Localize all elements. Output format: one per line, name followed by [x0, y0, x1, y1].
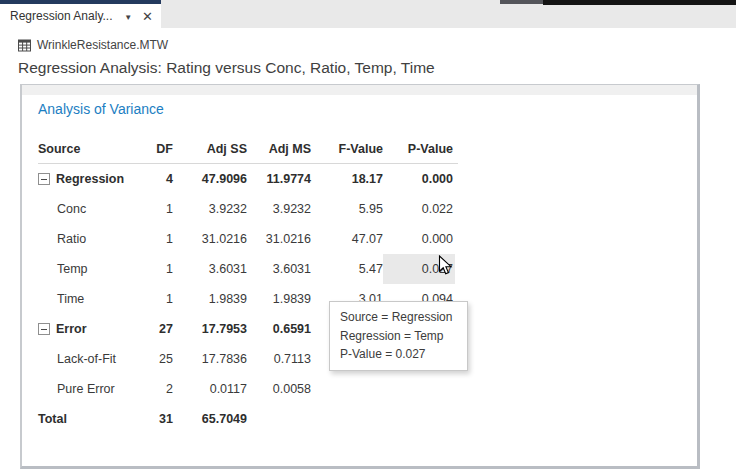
collapse-minus-icon[interactable] [38, 173, 50, 185]
df-cell[interactable]: 1 [138, 284, 173, 314]
output-tab[interactable]: Regression Analy... ▼ ✕ [0, 0, 161, 28]
f-value-cell[interactable]: 18.17 [311, 164, 383, 194]
f-value-cell[interactable] [311, 404, 383, 434]
col-header-p-value: P-Value [383, 134, 453, 164]
tab-close-icon[interactable]: ✕ [142, 10, 153, 23]
adj-ms-cell[interactable]: 31.0216 [247, 224, 311, 254]
tab-strip: Regression Analy... ▼ ✕ [0, 0, 736, 28]
col-header-adj-ss: Adj SS [173, 134, 247, 164]
p-value-cell[interactable]: 0.000 [383, 164, 453, 194]
df-cell[interactable]: 1 [138, 224, 173, 254]
df-cell[interactable]: 2 [138, 374, 173, 404]
source-label: Total [38, 412, 67, 426]
adj-ss-cell[interactable]: 3.6031 [173, 254, 247, 284]
source-label: Ratio [57, 232, 86, 246]
anova-header-row: Source DF Adj SS Adj MS F-Value P-Value [38, 134, 458, 164]
adj-ms-cell[interactable]: 0.6591 [247, 314, 311, 344]
tab-dropdown-caret-icon[interactable]: ▼ [124, 13, 132, 22]
anova-rows: Regression 4 47.9096 11.9774 18.17 0.000… [38, 164, 458, 434]
output-panel: Analysis of Variance Source DF Adj SS Ad… [20, 84, 700, 469]
source-cell[interactable]: Total [38, 412, 138, 426]
p-value-cell[interactable]: 0.000 [383, 224, 453, 254]
table-row[interactable]: Pure Error 2 0.0117 0.0058 [38, 374, 458, 404]
col-header-df: DF [138, 134, 173, 164]
df-cell[interactable]: 25 [138, 344, 173, 374]
collapse-minus-icon[interactable] [38, 323, 50, 335]
adj-ms-cell[interactable]: 3.9232 [247, 194, 311, 224]
col-header-source: Source [38, 142, 138, 156]
f-value-cell[interactable] [311, 374, 383, 404]
adj-ss-cell[interactable]: 3.9232 [173, 194, 247, 224]
source-label: Temp [57, 262, 88, 276]
col-header-adj-ms: Adj MS [247, 134, 311, 164]
adj-ss-cell[interactable]: 17.7953 [173, 314, 247, 344]
source-cell[interactable]: Regression [38, 172, 138, 186]
adj-ms-cell[interactable]: 11.9774 [247, 164, 311, 194]
adj-ms-cell[interactable] [247, 404, 311, 434]
p-value-cell[interactable] [383, 404, 453, 434]
output-tab-label: Regression Analy... [10, 9, 118, 23]
source-label: Lack-of-Fit [57, 352, 116, 366]
adj-ss-cell[interactable]: 47.9096 [173, 164, 247, 194]
table-row[interactable]: Temp 1 3.6031 3.6031 5.47 0.027 [38, 254, 458, 284]
source-cell[interactable]: Temp [38, 262, 138, 276]
source-label: Pure Error [57, 382, 115, 396]
adj-ms-cell[interactable]: 1.9839 [247, 284, 311, 314]
adj-ms-cell[interactable]: 3.6031 [247, 254, 311, 284]
source-label: Error [56, 322, 87, 336]
window-edge-bar-left [500, 0, 543, 4]
adj-ms-cell[interactable]: 0.0058 [247, 374, 311, 404]
source-cell[interactable]: Error [38, 322, 138, 336]
source-cell[interactable]: Ratio [38, 232, 138, 246]
source-cell[interactable]: Time [38, 292, 138, 306]
cell-tooltip: Source = Regression Regression = Temp P-… [329, 301, 468, 371]
table-row[interactable]: Ratio 1 31.0216 31.0216 47.07 0.000 [38, 224, 458, 254]
table-row[interactable]: Regression 4 47.9096 11.9774 18.17 0.000 [38, 164, 458, 194]
worksheet-name: WrinkleResistance.MTW [37, 38, 168, 52]
window-edge-bar [543, 0, 736, 5]
tooltip-line-p-value: P-Value = 0.027 [340, 345, 457, 364]
df-cell[interactable]: 1 [138, 254, 173, 284]
source-label: Conc [57, 202, 86, 216]
page-title: Regression Analysis: Rating versus Conc,… [18, 59, 435, 77]
df-cell[interactable]: 4 [138, 164, 173, 194]
table-row[interactable]: Conc 1 3.9232 3.9232 5.95 0.022 [38, 194, 458, 224]
previous-section-strip [22, 85, 697, 95]
anova-table: Source DF Adj SS Adj MS F-Value P-Value … [38, 134, 458, 434]
adj-ss-cell[interactable]: 17.7836 [173, 344, 247, 374]
adj-ss-cell[interactable]: 0.0117 [173, 374, 247, 404]
col-header-f-value: F-Value [311, 134, 383, 164]
f-value-cell[interactable]: 47.07 [311, 224, 383, 254]
tooltip-line-term: Regression = Temp [340, 327, 457, 346]
source-cell[interactable]: Conc [38, 202, 138, 216]
tooltip-line-source: Source = Regression [340, 308, 457, 327]
adj-ss-cell[interactable]: 31.0216 [173, 224, 247, 254]
source-label: Time [57, 292, 84, 306]
source-cell[interactable]: Pure Error [38, 382, 138, 396]
worksheet-grid-icon [18, 39, 31, 52]
section-heading[interactable]: Analysis of Variance [38, 101, 164, 117]
mouse-cursor-icon [438, 255, 454, 277]
adj-ms-cell[interactable]: 0.7113 [247, 344, 311, 374]
df-cell[interactable]: 1 [138, 194, 173, 224]
source-label: Regression [56, 172, 124, 186]
table-row[interactable]: Total 31 65.7049 [38, 404, 458, 434]
df-cell[interactable]: 31 [138, 404, 173, 434]
f-value-cell[interactable]: 5.95 [311, 194, 383, 224]
p-value-cell[interactable]: 0.022 [383, 194, 453, 224]
adj-ss-cell[interactable]: 1.9839 [173, 284, 247, 314]
p-value-cell[interactable] [383, 374, 453, 404]
minitab-output-window: Regression Analy... ▼ ✕ WrinkleResistanc… [0, 0, 736, 474]
source-cell[interactable]: Lack-of-Fit [38, 352, 138, 366]
worksheet-link[interactable]: WrinkleResistance.MTW [18, 38, 168, 52]
df-cell[interactable]: 27 [138, 314, 173, 344]
adj-ss-cell[interactable]: 65.7049 [173, 404, 247, 434]
f-value-cell[interactable]: 5.47 [311, 254, 383, 284]
